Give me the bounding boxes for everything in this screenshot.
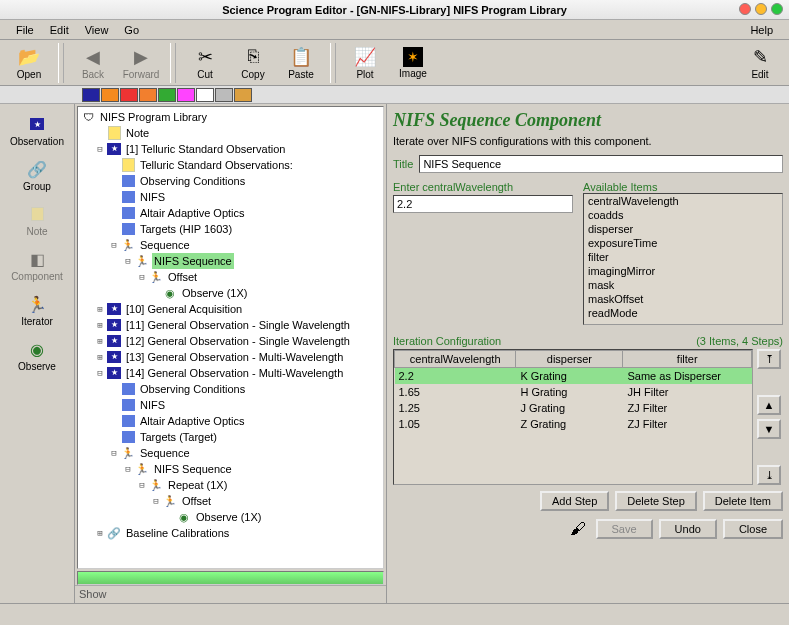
tree-root[interactable]: 🛡NIFS Program Library: [80, 109, 381, 125]
table-row[interactable]: 1.25J GratingZJ Filter: [395, 400, 752, 416]
expander-icon[interactable]: ⊞: [94, 317, 106, 333]
menu-edit[interactable]: Edit: [42, 22, 77, 38]
tree-node[interactable]: ⊞🔗Baseline Calibrations: [80, 525, 381, 541]
tree-node[interactable]: ⊞★[11] General Observation - Single Wave…: [80, 317, 381, 333]
sidebar-note[interactable]: Note: [0, 198, 74, 243]
list-item[interactable]: readMode: [584, 306, 782, 320]
title-input[interactable]: [419, 155, 783, 173]
expander-icon[interactable]: ⊟: [136, 269, 148, 285]
cut-button[interactable]: ✂Cut: [182, 42, 228, 84]
copy-button[interactable]: ⎘Copy: [230, 42, 276, 84]
tree-node[interactable]: Altair Adaptive Optics: [80, 413, 381, 429]
list-item[interactable]: imagingMirror: [584, 264, 782, 278]
move-bottom-button[interactable]: ⤓: [757, 465, 781, 485]
edit-button[interactable]: ✎Edit: [737, 42, 783, 84]
list-item[interactable]: filter: [584, 250, 782, 264]
menu-help[interactable]: Help: [742, 22, 781, 38]
sidebar-component[interactable]: ◧Component: [0, 243, 74, 288]
iteration-table[interactable]: centralWavelength disperser filter 2.2K …: [393, 349, 753, 485]
menu-go[interactable]: Go: [116, 22, 147, 38]
tree-node[interactable]: ⊞★[13] General Observation - Multi-Wavel…: [80, 349, 381, 365]
tree-node-selected[interactable]: ⊟🏃NIFS Sequence: [80, 253, 381, 269]
color-swatch[interactable]: [177, 88, 195, 102]
expander-icon[interactable]: ⊟: [108, 237, 120, 253]
expander-icon[interactable]: ⊟: [122, 461, 134, 477]
color-swatch[interactable]: [120, 88, 138, 102]
minimize-window-icon[interactable]: [755, 3, 767, 15]
list-item[interactable]: disperser: [584, 222, 782, 236]
expander-icon[interactable]: ⊟: [136, 477, 148, 493]
sidebar-iterator[interactable]: 🏃Iterator: [0, 288, 74, 333]
move-down-button[interactable]: ▼: [757, 419, 781, 439]
back-button[interactable]: ◀Back: [70, 42, 116, 84]
list-item[interactable]: coadds: [584, 208, 782, 222]
sidebar-group[interactable]: 🔗Group: [0, 153, 74, 198]
menu-file[interactable]: File: [8, 22, 42, 38]
color-swatch[interactable]: [215, 88, 233, 102]
table-row[interactable]: 2.2K GratingSame as Disperser: [395, 368, 752, 384]
sidebar-observe[interactable]: ◉Observe: [0, 333, 74, 378]
color-swatch[interactable]: [158, 88, 176, 102]
add-step-button[interactable]: Add Step: [540, 491, 609, 511]
tree-node[interactable]: ◉Observe (1X): [80, 285, 381, 301]
color-swatch[interactable]: [101, 88, 119, 102]
tree-node[interactable]: ⊟🏃NIFS Sequence: [80, 461, 381, 477]
col-header[interactable]: disperser: [516, 351, 623, 368]
central-wavelength-input[interactable]: [393, 195, 573, 213]
color-swatch[interactable]: [139, 88, 157, 102]
tree-node[interactable]: Observing Conditions: [80, 381, 381, 397]
col-header[interactable]: filter: [623, 351, 752, 368]
tree-node[interactable]: ⊟🏃Offset: [80, 493, 381, 509]
tree-node[interactable]: Observing Conditions: [80, 173, 381, 189]
zoom-window-icon[interactable]: [771, 3, 783, 15]
tree-node[interactable]: Targets (Target): [80, 429, 381, 445]
close-window-icon[interactable]: [739, 3, 751, 15]
tree-node[interactable]: Note: [80, 125, 381, 141]
tree-node[interactable]: ⊟🏃Repeat (1X): [80, 477, 381, 493]
col-header[interactable]: centralWavelength: [395, 351, 516, 368]
tree-node[interactable]: ◉Observe (1X): [80, 509, 381, 525]
tree-node[interactable]: NIFS: [80, 189, 381, 205]
list-item[interactable]: mask: [584, 278, 782, 292]
tree-node[interactable]: ⊟🏃Offset: [80, 269, 381, 285]
tree-node[interactable]: ⊟🏃Sequence: [80, 237, 381, 253]
list-item[interactable]: centralWavelength: [584, 194, 782, 208]
save-button[interactable]: Save: [596, 519, 653, 539]
image-button[interactable]: ✶Image: [390, 42, 436, 84]
expander-icon[interactable]: ⊞: [94, 301, 106, 317]
tree-node[interactable]: ⊞★[10] General Acquisition: [80, 301, 381, 317]
horizontal-scrollbar[interactable]: [77, 571, 384, 585]
move-top-button[interactable]: ⤒: [757, 349, 781, 369]
close-button[interactable]: Close: [723, 519, 783, 539]
color-swatch[interactable]: [82, 88, 100, 102]
move-up-button[interactable]: ▲: [757, 395, 781, 415]
tree-node[interactable]: Telluric Standard Observations:: [80, 157, 381, 173]
tree-node[interactable]: ⊟★[14] General Observation - Multi-Wavel…: [80, 365, 381, 381]
open-button[interactable]: 📂Open: [6, 42, 52, 84]
tree-node[interactable]: NIFS: [80, 397, 381, 413]
forward-button[interactable]: ▶Forward: [118, 42, 164, 84]
expander-icon[interactable]: ⊞: [94, 525, 106, 541]
sidebar-observation[interactable]: ★Observation: [0, 108, 74, 153]
undo-button[interactable]: Undo: [659, 519, 717, 539]
color-swatch[interactable]: [196, 88, 214, 102]
tree-scroll[interactable]: 🛡NIFS Program Library Note ⊟★[1] Telluri…: [77, 106, 384, 569]
expander-icon[interactable]: ⊟: [150, 493, 162, 509]
list-item[interactable]: maskOffset: [584, 292, 782, 306]
tree-node[interactable]: Altair Adaptive Optics: [80, 205, 381, 221]
plot-button[interactable]: 📈Plot: [342, 42, 388, 84]
expander-icon[interactable]: ⊞: [94, 333, 106, 349]
color-swatch[interactable]: [234, 88, 252, 102]
available-items-list[interactable]: centralWavelength coadds disperser expos…: [583, 193, 783, 325]
delete-step-button[interactable]: Delete Step: [615, 491, 696, 511]
list-item[interactable]: exposureTime: [584, 236, 782, 250]
tree-node[interactable]: ⊟🏃Sequence: [80, 445, 381, 461]
paste-button[interactable]: 📋Paste: [278, 42, 324, 84]
expander-icon[interactable]: ⊟: [122, 253, 134, 269]
expander-icon[interactable]: ⊟: [108, 445, 120, 461]
tree-node[interactable]: ⊟★[1] Telluric Standard Observation: [80, 141, 381, 157]
expander-icon[interactable]: ⊞: [94, 349, 106, 365]
expander-icon[interactable]: ⊟: [94, 365, 106, 381]
table-row[interactable]: 1.05Z GratingZJ Filter: [395, 416, 752, 432]
tree-node[interactable]: Targets (HIP 1603): [80, 221, 381, 237]
